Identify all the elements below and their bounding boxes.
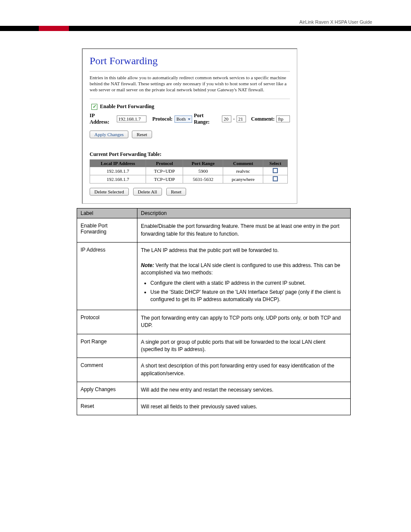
- cell-ip: 192.168.1.7: [90, 175, 146, 184]
- ip-label: IP Address:: [90, 112, 115, 125]
- definition-description: A single port or group of public ports t…: [137, 334, 351, 358]
- col-protocol: Protocol: [146, 160, 183, 167]
- definition-label: Reset: [77, 398, 137, 415]
- comment-input[interactable]: ftp: [276, 115, 290, 122]
- divider: [90, 71, 290, 72]
- comment-label: Comment:: [251, 116, 275, 122]
- enable-checkbox[interactable]: ✓: [91, 104, 97, 110]
- definitions-header-label: Label: [77, 208, 137, 218]
- note-body: Verify that the local LAN side client is…: [141, 262, 340, 276]
- definition-label: Comment: [77, 358, 137, 382]
- definition-description: Enable/Disable the port forwarding featu…: [137, 218, 351, 243]
- definition-label: Port Range: [77, 334, 137, 358]
- definition-row: Enable Port Forwarding Enable/Disable th…: [77, 218, 351, 243]
- col-local-ip: Local IP Address: [90, 160, 146, 167]
- cell-ip: 192.168.1.7: [90, 167, 146, 175]
- screenshot-panel: Port Forwarding Entries in this table al…: [82, 48, 297, 204]
- delete-all-button[interactable]: Delete All: [133, 188, 162, 196]
- note-heading: Note:: [141, 262, 154, 268]
- header-bar: [0, 26, 411, 31]
- enable-label: Enable Port Forwarding: [100, 103, 154, 110]
- col-select: Select: [263, 160, 288, 167]
- table-row: 192.168.1.7 TCP+UDP 5900 realvnc: [90, 167, 288, 175]
- list-item: Configure the client with a static IP ad…: [150, 280, 347, 287]
- header-product-name: AirLink Raven X HSPA User Guide: [299, 19, 372, 25]
- definition-row: Port Range A single port or group of pub…: [77, 334, 351, 358]
- definition-intro: The LAN IP address that the public port …: [141, 247, 279, 253]
- port-forwarding-table: Local IP Address Protocol Port Range Com…: [90, 159, 288, 184]
- port-range-label: Port Range:: [194, 112, 220, 125]
- row-select-checkbox[interactable]: [273, 168, 278, 173]
- definition-description: Will add the new entry and restart the n…: [137, 382, 351, 398]
- definition-label: Protocol: [77, 310, 137, 334]
- reset-button-2[interactable]: Reset: [166, 188, 186, 196]
- definition-row: Protocol The port forwarding entry can a…: [77, 310, 351, 334]
- port-to-input[interactable]: 21: [237, 115, 246, 122]
- definition-label: Apply Changes: [77, 382, 137, 398]
- cell-protocol: TCP+UDP: [146, 167, 183, 175]
- definition-description: A short text description of this port fo…: [137, 358, 351, 382]
- port-range-dash: -: [233, 116, 235, 122]
- cell-comment: pcanywhere: [223, 175, 263, 184]
- panel-title: Port Forwarding: [90, 55, 290, 67]
- cell-protocol: TCP+UDP: [146, 175, 183, 184]
- divider: [90, 99, 290, 99]
- row-select-checkbox[interactable]: [273, 176, 278, 181]
- protocol-select[interactable]: Both: [174, 115, 192, 123]
- panel-description: Entries in this table allow you to autom…: [90, 75, 290, 93]
- col-comment: Comment: [223, 160, 263, 167]
- definition-row: Reset Will reset all fields to their pre…: [77, 398, 351, 415]
- definition-row: Apply Changes Will add the new entry and…: [77, 382, 351, 398]
- delete-selected-button[interactable]: Delete Selected: [90, 188, 129, 196]
- cell-comment: realvnc: [223, 167, 263, 175]
- ip-address-input[interactable]: 192.168.1.7: [117, 115, 146, 122]
- definition-description: Will reset all fields to their previousl…: [137, 398, 351, 415]
- apply-changes-button[interactable]: Apply Changes: [90, 131, 128, 138]
- definitions-table: Label Description Enable Port Forwarding…: [77, 208, 351, 415]
- port-from-input[interactable]: 20: [222, 115, 231, 122]
- col-port-range: Port Range: [183, 160, 223, 167]
- definition-row: IP Address The LAN IP address that the p…: [77, 243, 351, 310]
- definition-label: IP Address: [77, 243, 137, 310]
- definition-label: Enable Port Forwarding: [77, 218, 137, 243]
- cell-range: 5900: [183, 167, 223, 175]
- definition-description: The LAN IP address that the public port …: [137, 243, 351, 310]
- table-caption: Current Port Forwarding Table:: [90, 151, 290, 158]
- reset-button[interactable]: Reset: [132, 131, 152, 138]
- definition-description: The port forwarding entry can apply to T…: [137, 310, 351, 334]
- list-item: Use the 'Static DHCP' feature on the 'LA…: [150, 289, 347, 304]
- definitions-header-description: Description: [137, 208, 351, 218]
- protocol-label: Protocol:: [152, 116, 172, 122]
- note-bullet-list: Configure the client with a static IP ad…: [150, 280, 347, 304]
- table-row: 192.168.1.7 TCP+UDP 5631-5632 pcanywhere: [90, 175, 288, 184]
- definition-row: Comment A short text description of this…: [77, 358, 351, 382]
- cell-range: 5631-5632: [183, 175, 223, 184]
